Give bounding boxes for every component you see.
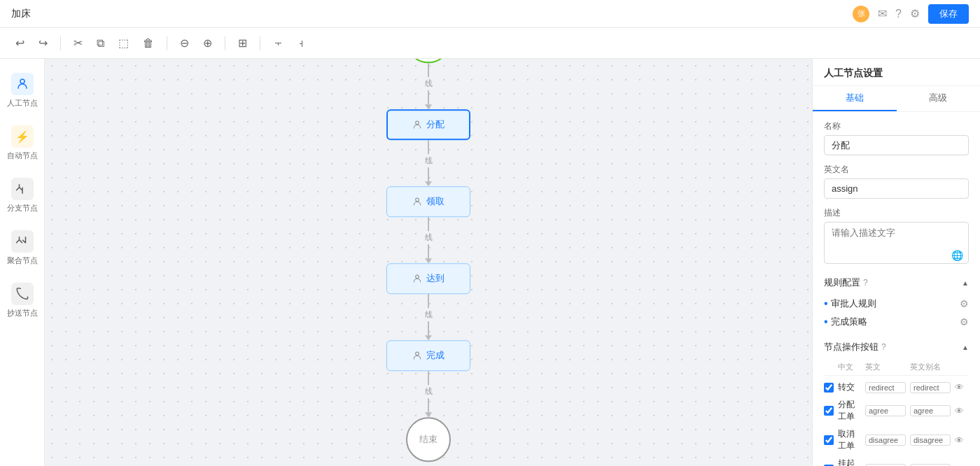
sidebar-item-auto[interactable]: ⚡ 自动节点	[4, 120, 41, 167]
approver-label: 审批人规则	[831, 297, 876, 310]
assign-worker-eye-icon[interactable]: 👁	[955, 406, 969, 416]
ops-table: 中文 英文 英文别名 转交 redirect redirect 👁 分配工单	[824, 359, 969, 466]
align-h-button[interactable]: ⫞	[294, 34, 308, 52]
topbar: 加床 张 ✉ ? ⚙ 保存	[0, 0, 980, 28]
line-3	[428, 217, 429, 231]
assign-rect[interactable]: 分配	[386, 109, 470, 140]
branch-node-label: 分支节点	[7, 203, 38, 213]
line-label-1: 线	[425, 78, 433, 89]
divider-4	[260, 36, 260, 50]
left-sidebar: 人工节点 ⚡ 自动节点 分支节点 聚合节点	[0, 59, 45, 466]
svg-point-3	[416, 275, 419, 278]
rule-config-section[interactable]: 规则配置 ? ▲	[824, 276, 969, 289]
name-label: 名称	[824, 120, 969, 132]
ops-help-icon: ?	[881, 342, 886, 352]
arrive-node[interactable]: 达到	[386, 263, 470, 294]
transfer-en[interactable]: redirect	[865, 382, 906, 393]
mail-icon[interactable]: ✉	[878, 7, 887, 20]
svg-point-2	[416, 198, 419, 202]
strategy-gear-icon[interactable]: ⚙	[960, 316, 969, 327]
avatar: 张	[853, 6, 869, 22]
ops-row-cancel-worker: 取消工单 disagree disagree 👁	[824, 425, 969, 455]
canvas-area[interactable]: 开始 线 分配 线	[45, 59, 812, 466]
approver-gear-icon[interactable]: ⚙	[960, 298, 969, 309]
panel-body: 名称 英文名 描述 🌐 规则配置 ? ▲ • 审批人规则	[813, 112, 980, 466]
strategy-label: 完成策略	[831, 316, 867, 328]
assign-worker-alias[interactable]: agree	[910, 405, 951, 416]
complete-node[interactable]: 完成	[386, 340, 470, 371]
transfer-checkbox[interactable]	[824, 383, 834, 393]
sidebar-item-human[interactable]: 人工节点	[4, 67, 41, 114]
divider-3	[225, 36, 225, 50]
rule-help-icon: ?	[863, 278, 868, 288]
save-button[interactable]: 保存	[928, 4, 969, 24]
grid-button[interactable]: ⊞	[234, 34, 251, 52]
ops-row-hold-worker: 挂起工单 save save 👁	[824, 455, 969, 466]
redo-button[interactable]: ↪	[34, 34, 52, 52]
col-alias: 英文别名	[910, 362, 952, 372]
arrive-label: 达到	[426, 272, 444, 285]
transfer-alias[interactable]: redirect	[910, 382, 951, 393]
end-node[interactable]: 结束	[406, 417, 451, 462]
cancel-worker-eye-icon[interactable]: 👁	[955, 435, 969, 446]
line-5	[428, 371, 429, 385]
en-name-input[interactable]	[824, 178, 969, 199]
col-en: 英文	[865, 362, 907, 372]
zoom-in-button[interactable]: ⊕	[199, 34, 216, 52]
assign-worker-checkbox[interactable]	[824, 406, 834, 416]
align-v-button[interactable]: ⫟	[269, 34, 288, 52]
delete-button[interactable]: 🗑	[139, 34, 158, 52]
ops-row-assign-worker: 分配工单 agree agree 👁	[824, 396, 969, 425]
assign-worker-en[interactable]: agree	[865, 405, 906, 416]
tab-basic[interactable]: 基础	[813, 86, 897, 111]
svg-point-4	[416, 352, 419, 355]
merge-node-icon	[11, 230, 34, 253]
name-input[interactable]	[824, 135, 969, 155]
line-4	[428, 294, 429, 308]
merge-node-label: 聚合节点	[7, 255, 38, 266]
line-2b	[428, 167, 429, 181]
sidebar-item-copy[interactable]: 抄送节点	[4, 277, 41, 324]
connector-1: 线	[425, 63, 433, 109]
assign-node[interactable]: 分配	[386, 109, 470, 140]
line-label-4: 线	[425, 309, 433, 320]
copy-button[interactable]: ⧉	[92, 34, 108, 52]
globe-icon[interactable]: 🌐	[951, 250, 963, 261]
tab-advanced[interactable]: 高级	[897, 86, 981, 111]
end-circle[interactable]: 结束	[406, 417, 451, 462]
arrive-rect[interactable]: 达到	[386, 263, 470, 294]
transfer-eye-icon[interactable]: 👁	[955, 382, 969, 393]
sidebar-item-branch[interactable]: 分支节点	[4, 172, 41, 219]
desc-textarea[interactable]	[824, 222, 969, 264]
cancel-worker-checkbox[interactable]	[824, 435, 834, 445]
connector-4: 线	[425, 294, 433, 340]
node-ops-arrow: ▲	[962, 344, 969, 351]
copy-node-label: 抄送节点	[7, 308, 38, 318]
rule-item-strategy: • 完成策略 ⚙	[824, 313, 969, 331]
cut-button[interactable]: ✂	[69, 34, 87, 52]
node-ops-section[interactable]: 节点操作按钮 ? ▲	[824, 341, 969, 353]
undo-button[interactable]: ↩	[11, 34, 29, 52]
help-icon[interactable]: ?	[895, 8, 902, 20]
paste-button[interactable]: ⬚	[114, 34, 133, 52]
auto-node-icon: ⚡	[11, 125, 34, 148]
arrow-3	[425, 258, 432, 263]
assign-label: 分配	[426, 118, 444, 131]
line-1	[428, 63, 429, 77]
desc-wrap: 🌐	[824, 222, 969, 267]
line-3b	[428, 244, 429, 258]
connector-5: 线	[425, 371, 433, 417]
cancel-worker-alias[interactable]: disagree	[910, 435, 951, 446]
sidebar-item-merge[interactable]: 聚合节点	[4, 225, 41, 271]
node-ops-title: 节点操作按钮 ?	[824, 341, 886, 353]
line-5b	[428, 398, 429, 412]
cancel-worker-zh: 取消工单	[838, 428, 862, 452]
receive-rect[interactable]: 领取	[386, 186, 470, 217]
complete-rect[interactable]: 完成	[386, 340, 470, 371]
en-name-label: 英文名	[824, 164, 969, 176]
end-label: 结束	[419, 433, 438, 446]
zoom-out-button[interactable]: ⊖	[176, 34, 193, 52]
settings-icon[interactable]: ⚙	[910, 7, 920, 20]
receive-node[interactable]: 领取	[386, 186, 470, 217]
cancel-worker-en[interactable]: disagree	[865, 435, 906, 446]
